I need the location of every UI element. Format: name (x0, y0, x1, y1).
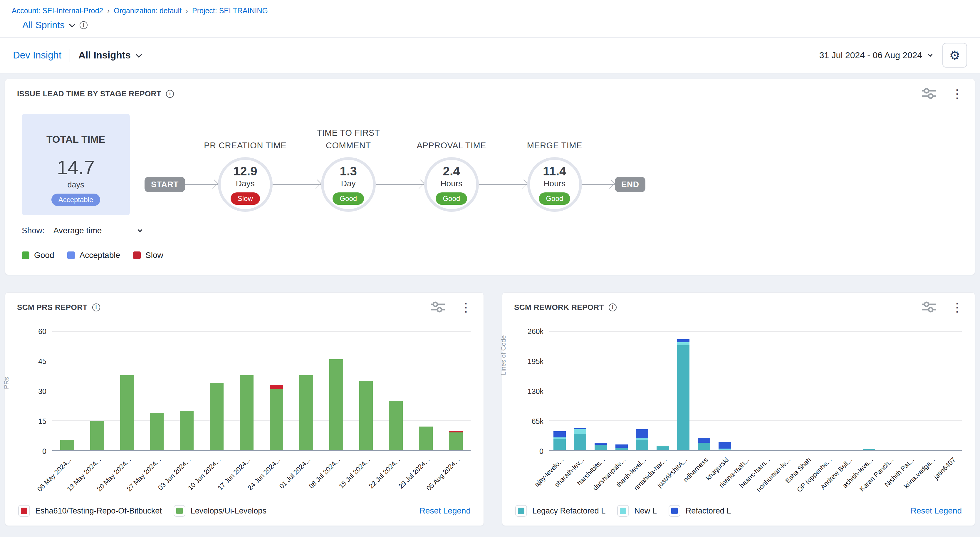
filter-sliders-icon[interactable] (922, 87, 936, 100)
legend-swatch-color (518, 508, 524, 514)
info-icon[interactable]: i (92, 303, 100, 311)
bar[interactable] (574, 331, 586, 450)
bar[interactable] (299, 331, 313, 450)
bar[interactable] (554, 331, 566, 450)
bar[interactable] (904, 331, 916, 450)
y-tick: 195k (528, 357, 544, 366)
legend-item[interactable]: Legacy Refactored L (515, 505, 605, 517)
bar[interactable] (636, 331, 648, 450)
bar[interactable] (801, 331, 813, 450)
date-range-picker[interactable]: 31 Jul 2024 - 06 Aug 2024 (819, 50, 932, 60)
kebab-menu-icon[interactable]: ⋮ (951, 302, 963, 313)
chevron-down-icon (928, 52, 933, 57)
bar-segment (698, 438, 710, 443)
bar[interactable] (677, 331, 689, 450)
bar-slot (590, 331, 611, 450)
bar[interactable] (210, 331, 224, 450)
bar[interactable] (925, 331, 937, 450)
x-tick: jatin6407 (941, 451, 962, 497)
bar[interactable] (180, 331, 194, 450)
bar[interactable] (595, 331, 607, 450)
info-icon[interactable]: i (166, 90, 174, 98)
bar[interactable] (760, 331, 772, 450)
stage-approval[interactable]: APPROVAL TIME 2.4 Hours Good (424, 157, 479, 212)
bar-segment (270, 385, 283, 389)
breadcrumb-separator: › (186, 7, 188, 15)
bar[interactable] (240, 331, 253, 450)
bar[interactable] (150, 331, 164, 450)
bar[interactable] (863, 331, 875, 450)
bar[interactable] (329, 331, 343, 450)
bar[interactable] (780, 331, 792, 450)
flow-arrow (479, 184, 527, 185)
stage-value: 1.3 (340, 164, 357, 178)
bar-slot (321, 331, 351, 450)
insights-dropdown[interactable]: All Insights (78, 50, 141, 61)
kebab-menu-icon[interactable]: ⋮ (460, 302, 472, 313)
breadcrumb-account[interactable]: Account: SEI-Internal-Prod2 (12, 6, 103, 15)
x-tick: 03 Jun 2024... (172, 451, 202, 497)
dev-insight-link[interactable]: Dev Insight (13, 50, 61, 61)
bar-segment (150, 413, 164, 450)
legend-item[interactable]: New L (617, 505, 657, 517)
bar-slot (756, 331, 776, 450)
y-tick: 30 (38, 387, 46, 396)
breadcrumb-project[interactable]: Project: SEI TRAINING (192, 6, 268, 15)
x-tick: 06 May 2024... (52, 451, 82, 497)
bar-slot (351, 331, 381, 450)
bar[interactable] (270, 331, 283, 450)
filter-sliders-icon[interactable] (431, 301, 445, 314)
y-axis-label: Lines of Code (500, 335, 508, 375)
divider (70, 49, 70, 62)
bar[interactable] (945, 331, 958, 450)
stage-merge[interactable]: MERGE TIME 11.4 Hours Good (527, 157, 582, 212)
bar[interactable] (419, 331, 433, 450)
breadcrumb-organization[interactable]: Organization: default (114, 6, 181, 15)
bar[interactable] (719, 331, 731, 450)
bar[interactable] (822, 331, 834, 450)
breadcrumb-separator: › (107, 7, 110, 15)
bar[interactable] (616, 331, 628, 450)
info-icon[interactable]: i (80, 21, 88, 29)
filter-sliders-icon[interactable] (922, 301, 936, 314)
bar[interactable] (698, 331, 710, 450)
bar[interactable] (90, 331, 104, 450)
bar[interactable] (449, 331, 463, 450)
bar[interactable] (60, 331, 74, 450)
legend-item-slow[interactable]: Slow (133, 251, 163, 260)
kebab-menu-icon[interactable]: ⋮ (951, 88, 963, 100)
reset-legend-link[interactable]: Reset Legend (911, 506, 962, 516)
info-icon[interactable]: i (609, 303, 617, 311)
legend-item-good[interactable]: Good (22, 251, 54, 260)
legend-item[interactable]: Refactored L (668, 505, 731, 517)
legend-item[interactable]: Esha610/Testing-Repo-Of-Bitbucket (18, 505, 162, 517)
bar-slot (381, 331, 411, 450)
legend-item[interactable]: Levelops/Ui-Levelops (173, 505, 266, 517)
chevron-down-icon[interactable] (69, 21, 75, 27)
bar[interactable] (842, 331, 854, 450)
show-dropdown[interactable]: Average time (54, 226, 142, 235)
sprint-selector[interactable]: All Sprints (22, 20, 65, 30)
reset-legend-link[interactable]: Reset Legend (420, 506, 471, 516)
bar-segment (359, 381, 373, 450)
total-time-card: TOTAL TIME 14.7 days Acceptable (22, 114, 130, 215)
legend-item-acceptable[interactable]: Acceptable (67, 251, 121, 260)
legend-label: Esha610/Testing-Repo-Of-Bitbucket (35, 507, 162, 516)
stage-title: MERGE TIME (510, 139, 599, 152)
stage-first-comment[interactable]: TIME TO FIRST COMMENT 1.3 Day Good (321, 157, 376, 212)
bar[interactable] (389, 331, 403, 450)
bar[interactable] (359, 331, 373, 450)
plot-area (52, 331, 471, 451)
x-tick: 13 May 2024... (82, 451, 112, 497)
panel-title: ISSUE LEAD TIME BY STAGE REPORT (17, 89, 161, 99)
bar-slot (172, 331, 202, 450)
bar[interactable] (883, 331, 896, 450)
settings-button[interactable]: ⚙ (942, 43, 967, 68)
bar[interactable] (739, 331, 751, 450)
bar[interactable] (657, 331, 669, 450)
bar-slot (652, 331, 673, 450)
bar[interactable] (120, 331, 134, 450)
stage-title: APPROVAL TIME (407, 139, 496, 152)
stage-pr-creation[interactable]: PR CREATION TIME 12.9 Days Slow (218, 157, 273, 212)
x-tick: 29 Jul 2024... (411, 451, 441, 497)
